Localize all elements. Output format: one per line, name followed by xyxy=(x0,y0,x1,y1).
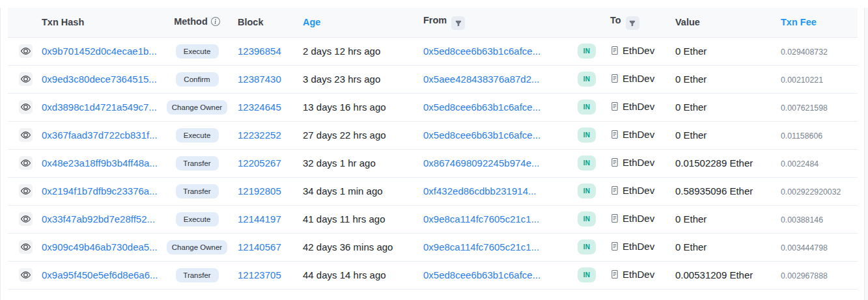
col-header-to: To xyxy=(604,8,669,37)
view-txn-details-button[interactable] xyxy=(19,44,33,58)
view-txn-details-button[interactable] xyxy=(19,268,33,282)
value-text: 0 Ether xyxy=(675,213,707,225)
contract-document-icon xyxy=(610,157,619,167)
info-circle-icon[interactable] xyxy=(211,17,220,28)
txn-hash-link[interactable]: 0x367faad37d722cb831f... xyxy=(42,130,158,141)
col-header-view xyxy=(8,8,36,37)
table-row: 0x48e23a18ff9b3b4ff48a... Transfer 12205… xyxy=(8,149,858,177)
value-text: 0 Ether xyxy=(675,130,707,141)
eye-icon xyxy=(21,270,31,280)
to-name-tag-link[interactable]: EthDev xyxy=(623,213,654,224)
block-link[interactable]: 12324645 xyxy=(238,102,281,113)
view-txn-details-button[interactable] xyxy=(19,72,33,86)
direction-in-badge: IN xyxy=(578,211,596,226)
view-txn-details-button[interactable] xyxy=(19,128,33,142)
to-filter-button[interactable] xyxy=(626,16,639,30)
txn-hash-link[interactable]: 0x33f47ab92bd7e28ff52... xyxy=(42,213,155,225)
from-address-link[interactable]: 0x5ed8cee6b63b1c6afce... xyxy=(423,130,540,141)
from-address-link[interactable]: 0xf432ed86cdbb231914... xyxy=(423,185,537,197)
table-row: 0x9b701452d0c4ecae1b... Execute 12396854… xyxy=(8,37,858,65)
col-header-txn-fee: Txn Fee xyxy=(773,8,858,37)
transactions-page: Txn Hash Method Block Age From To Value … xyxy=(0,8,868,300)
from-filter-button[interactable] xyxy=(451,16,465,30)
table-row: 0x367faad37d722cb831f... Execute 1223225… xyxy=(8,121,858,149)
txn-fee-text: 0.0022484 xyxy=(781,159,819,169)
method-badge: Transfer xyxy=(176,268,219,282)
table-row: 0x9a95f450e5ef6d8e6a6... Transfer 121237… xyxy=(8,261,858,289)
view-txn-details-button[interactable] xyxy=(19,240,33,254)
block-label: Block xyxy=(238,17,264,27)
to-name-tag-link[interactable]: EthDev xyxy=(623,185,654,196)
view-txn-details-button[interactable] xyxy=(19,212,33,226)
from-address-link[interactable]: 0x5aee428438376a87d2... xyxy=(423,74,540,85)
block-link[interactable]: 12123705 xyxy=(238,269,281,280)
txn-hash-link[interactable]: 0x909c49b46ab730dea5... xyxy=(42,241,158,252)
value-text: 0 Ether xyxy=(675,241,707,252)
direction-in-badge: IN xyxy=(578,128,596,143)
txn-hash-link[interactable]: 0x9b701452d0c4ecae1b... xyxy=(42,46,157,57)
age-sort-link[interactable]: Age xyxy=(303,17,320,27)
col-header-block: Block xyxy=(231,8,296,37)
from-address-link[interactable]: 0x9e8ca114fc7605c21c1... xyxy=(423,213,539,225)
txn-fee-text: 0.003444798 xyxy=(781,243,828,252)
contract-document-icon xyxy=(610,74,619,83)
block-link[interactable]: 12232252 xyxy=(238,130,281,141)
txn-hash-link[interactable]: 0x48e23a18ff9b3b4ff48a... xyxy=(42,157,158,169)
txn-fee-text: 0.007621598 xyxy=(781,103,828,113)
from-address-link[interactable]: 0x9e8ca114fc7605c21c1... xyxy=(423,241,539,252)
contract-document-icon xyxy=(610,241,619,251)
view-txn-details-button[interactable] xyxy=(19,100,33,114)
block-link[interactable]: 12192805 xyxy=(238,185,281,197)
txn-fee-text: 0.01158606 xyxy=(781,131,822,141)
col-header-txn-hash: Txn Hash xyxy=(36,8,163,37)
to-name-tag-link[interactable]: EthDev xyxy=(623,45,654,56)
table-row: 0x2194f1b7dfb9c23376a... Transfer 121928… xyxy=(8,177,858,205)
txn-hash-link[interactable]: 0x2194f1b7dfb9c23376a... xyxy=(42,185,158,197)
method-badge: Execute xyxy=(176,212,219,226)
table-row: 0xd3898c1d4721a549c7... Change Owner 123… xyxy=(8,93,858,121)
from-label: From xyxy=(423,15,447,25)
from-address-link[interactable]: 0x5ed8cee6b63b1c6afce... xyxy=(423,46,540,57)
value-label: Value xyxy=(675,17,700,27)
method-badge: Transfer xyxy=(176,184,219,198)
block-link[interactable]: 12205267 xyxy=(238,157,281,169)
age-text: 13 days 16 hrs ago xyxy=(303,102,386,113)
transactions-table: Txn Hash Method Block Age From To Value … xyxy=(8,8,858,290)
txn-fee-text: 0.00210221 xyxy=(781,75,823,85)
block-link[interactable]: 12144197 xyxy=(238,213,281,225)
txn-hash-link[interactable]: 0xd3898c1d4721a549c7... xyxy=(42,102,157,113)
vertical-scrollbar[interactable] xyxy=(864,8,868,300)
eye-icon xyxy=(21,186,31,196)
view-cell xyxy=(8,65,36,93)
txn-hash-link[interactable]: 0x9ed3c80dece7364515... xyxy=(42,74,157,85)
txn-fee-text: 0.002967888 xyxy=(781,271,828,280)
to-name-tag-link[interactable]: EthDev xyxy=(623,241,654,252)
from-address-link[interactable]: 0x8674698092245b974e... xyxy=(423,157,540,169)
block-link[interactable]: 12140567 xyxy=(238,241,281,252)
to-name-tag-link[interactable]: EthDev xyxy=(623,157,654,168)
block-link[interactable]: 12387430 xyxy=(238,74,281,85)
view-txn-details-button[interactable] xyxy=(19,156,33,170)
filter-funnel-icon xyxy=(455,20,462,27)
contract-document-icon xyxy=(610,130,619,139)
age-text: 42 days 36 mins ago xyxy=(303,241,393,252)
direction-in-badge: IN xyxy=(578,184,596,198)
direction-in-badge: IN xyxy=(578,100,596,115)
txn-hash-label: Txn Hash xyxy=(42,17,84,27)
from-address-link[interactable]: 0x5ed8cee6b63b1c6afce... xyxy=(423,269,540,280)
to-name-tag-link[interactable]: EthDev xyxy=(623,101,654,112)
contract-document-icon xyxy=(610,269,619,279)
block-link[interactable]: 12396854 xyxy=(238,46,281,57)
to-name-tag-link[interactable]: EthDev xyxy=(623,269,654,280)
view-txn-details-button[interactable] xyxy=(19,184,33,198)
txn-fee-sort-link[interactable]: Txn Fee xyxy=(781,17,817,27)
from-address-link[interactable]: 0x5ed8cee6b63b1c6afce... xyxy=(423,102,540,113)
view-cell xyxy=(8,93,36,121)
col-header-value: Value xyxy=(669,8,773,37)
table-header-row: Txn Hash Method Block Age From To Value … xyxy=(8,8,858,37)
view-cell xyxy=(8,177,36,205)
direction-in-badge: IN xyxy=(578,267,596,282)
to-name-tag-link[interactable]: EthDev xyxy=(623,73,654,84)
to-name-tag-link[interactable]: EthDev xyxy=(623,129,654,140)
txn-hash-link[interactable]: 0x9a95f450e5ef6d8e6a6... xyxy=(42,269,158,280)
